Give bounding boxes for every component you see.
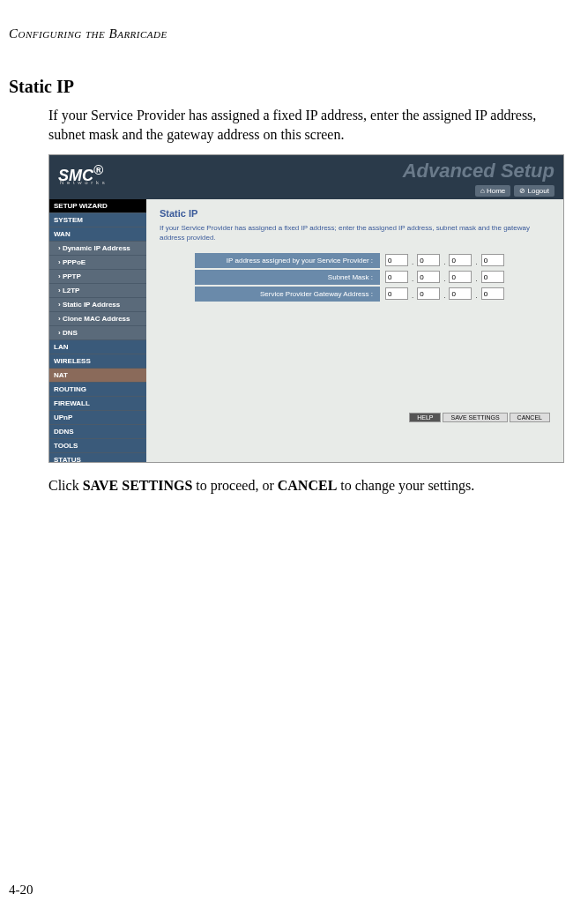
- label-ip-address: IP address assigned by your Service Prov…: [195, 253, 380, 268]
- intro-paragraph: If your Service Provider has assigned a …: [48, 106, 564, 144]
- dot: .: [443, 275, 445, 283]
- screenshot-body: SETUP WIZARD SYSTEM WAN Dynamic IP Addre…: [49, 199, 563, 462]
- nav-wan-l2tp[interactable]: L2TP: [49, 284, 146, 298]
- gateway-octet-4[interactable]: [481, 287, 504, 300]
- save-settings-button[interactable]: SAVE SETTINGS: [443, 413, 507, 422]
- logo-subtitle: N e t w o r k s: [60, 180, 106, 185]
- form-row-subnet: Subnet Mask : . . .: [195, 270, 550, 285]
- nav-tools[interactable]: TOOLS: [49, 439, 146, 453]
- main-panel: Static IP If your Service Provider has a…: [146, 199, 563, 462]
- section-title: Static IP: [9, 77, 573, 97]
- nav-wan-pptp[interactable]: PPTP: [49, 270, 146, 284]
- instruction-paragraph: Click SAVE SETTINGS to proceed, or CANCE…: [48, 476, 564, 496]
- gateway-octet-3[interactable]: [449, 287, 472, 300]
- nav-wan-static[interactable]: Static IP Address: [49, 298, 146, 312]
- gateway-inputs: . . .: [380, 287, 504, 300]
- dot: .: [412, 258, 413, 266]
- dot: .: [475, 275, 477, 283]
- nav-wan-pppoe[interactable]: PPPoE: [49, 256, 146, 270]
- dot: .: [443, 292, 445, 300]
- nav-nat[interactable]: NAT: [49, 369, 146, 383]
- panel-description: If your Service Provider has assigned a …: [160, 224, 550, 242]
- nav-upnp[interactable]: UPnP: [49, 411, 146, 425]
- router-screenshot: SMC® N e t w o r k s Advanced Setup ⌂ Ho…: [48, 154, 564, 463]
- nav-firewall[interactable]: FIREWALL: [49, 397, 146, 411]
- label-subnet: Subnet Mask :: [195, 270, 380, 285]
- subnet-inputs: . . .: [380, 271, 504, 283]
- logo-reg: ®: [93, 162, 103, 177]
- home-button[interactable]: ⌂ Home: [475, 185, 510, 197]
- nav-lan[interactable]: LAN: [49, 340, 146, 354]
- nav-wireless[interactable]: WIRELESS: [49, 354, 146, 369]
- cancel-button[interactable]: CANCEL: [510, 413, 550, 422]
- nav-wan[interactable]: WAN: [49, 227, 146, 242]
- nav-setup-wizard[interactable]: SETUP WIZARD: [49, 199, 146, 213]
- nav-system[interactable]: SYSTEM: [49, 213, 146, 227]
- bottom-buttons: HELP SAVE SETTINGS CANCEL: [409, 413, 550, 422]
- nav-wan-dynamic[interactable]: Dynamic IP Address: [49, 242, 146, 256]
- dot: .: [475, 292, 477, 300]
- panel-title: Static IP: [160, 208, 550, 219]
- subnet-octet-1[interactable]: [385, 271, 408, 283]
- cancel-bold: CANCEL: [278, 478, 338, 493]
- nav-status[interactable]: STATUS: [49, 453, 146, 463]
- screenshot-header: SMC® N e t w o r k s Advanced Setup ⌂ Ho…: [49, 155, 563, 199]
- logout-button[interactable]: ⊘ Logout: [514, 185, 554, 197]
- dot: .: [443, 258, 445, 266]
- gateway-octet-2[interactable]: [417, 287, 440, 300]
- ip-inputs: . . .: [380, 254, 504, 266]
- running-header: Configuring the Barricade: [9, 26, 573, 41]
- text-part-1: Click: [48, 478, 83, 493]
- ip-octet-3[interactable]: [449, 254, 472, 266]
- ip-octet-2[interactable]: [417, 254, 440, 266]
- advanced-setup-label: Advanced Setup: [403, 160, 554, 183]
- top-buttons: ⌂ Home ⊘ Logout: [475, 185, 554, 197]
- nav-ddns[interactable]: DDNS: [49, 425, 146, 439]
- subnet-octet-4[interactable]: [481, 271, 504, 283]
- text-part-3: to change your settings.: [337, 478, 474, 493]
- ip-octet-4[interactable]: [481, 254, 504, 266]
- label-gateway: Service Provider Gateway Address :: [195, 287, 380, 302]
- subnet-octet-3[interactable]: [449, 271, 472, 283]
- dot: .: [412, 292, 413, 300]
- subnet-octet-2[interactable]: [417, 271, 440, 283]
- save-settings-bold: SAVE SETTINGS: [83, 478, 193, 493]
- nav-wan-clone[interactable]: Clone MAC Address: [49, 312, 146, 326]
- ip-octet-1[interactable]: [385, 254, 408, 266]
- dot: .: [475, 258, 477, 266]
- nav-routing[interactable]: ROUTING: [49, 383, 146, 397]
- form-row-ip: IP address assigned by your Service Prov…: [195, 253, 550, 268]
- dot: .: [412, 275, 413, 283]
- page-number: 4-20: [9, 883, 33, 898]
- ip-form: IP address assigned by your Service Prov…: [195, 253, 550, 302]
- sidebar-nav: SETUP WIZARD SYSTEM WAN Dynamic IP Addre…: [49, 199, 146, 462]
- gateway-octet-1[interactable]: [385, 287, 408, 300]
- form-row-gateway: Service Provider Gateway Address : . . .: [195, 287, 550, 302]
- nav-wan-dns[interactable]: DNS: [49, 326, 146, 340]
- text-part-2: to proceed, or: [192, 478, 277, 493]
- help-button[interactable]: HELP: [409, 413, 441, 422]
